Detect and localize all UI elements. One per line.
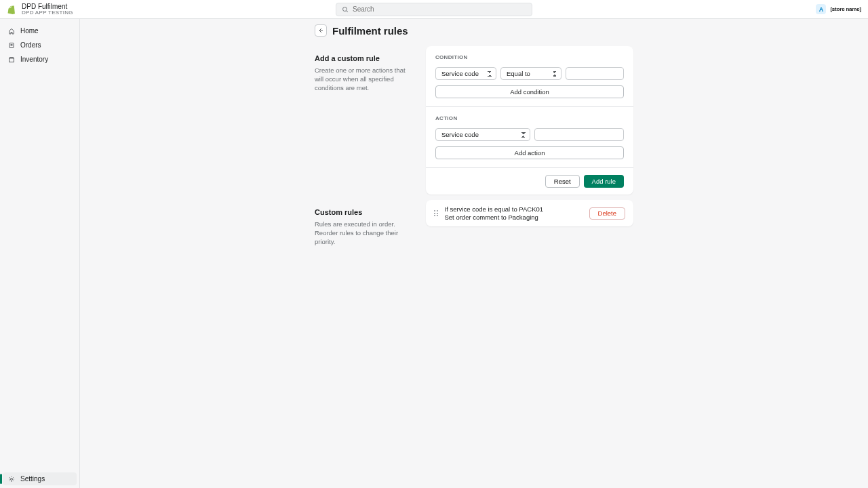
action-value-input[interactable] (535, 129, 623, 140)
action-section: ACTION Service code (426, 107, 633, 168)
topbar-right: A [store name] (816, 4, 861, 14)
inventory-icon (8, 56, 15, 63)
add-rule-footer: Reset Add rule (426, 168, 633, 195)
sidebar-item-label: Inventory (20, 56, 48, 63)
rule-action-text: Set order comment to Packaging (445, 214, 583, 221)
shopify-logo-icon (7, 5, 16, 14)
add-rule-desc: Create one or more actions that will occ… (315, 66, 415, 92)
sidebar-item-label: Orders (20, 41, 41, 49)
rule-condition-text: If service code is equal to PACK01 (445, 205, 583, 213)
svg-point-6 (11, 478, 13, 480)
page-header: Fulfilment rules (315, 24, 633, 37)
rule-text: If service code is equal to PACK01 Set o… (445, 205, 583, 221)
search-icon (342, 6, 349, 13)
condition-field-select[interactable]: Service code (435, 67, 496, 80)
search-bar[interactable] (336, 3, 532, 16)
app-title: DPD Fulfilment (22, 3, 73, 10)
custom-rules-side: Custom rules Rules are executed in order… (315, 200, 415, 246)
custom-rules-desc: Rules are executed in order. Reorder rul… (315, 220, 415, 246)
add-condition-button[interactable]: Add condition (435, 85, 624, 98)
action-label: ACTION (435, 115, 624, 121)
sidebar-item-label: Settings (20, 475, 45, 483)
sidebar: Home Orders Inventory (0, 19, 80, 488)
action-field-select[interactable]: Service code (435, 128, 530, 141)
sidebar-item-inventory[interactable]: Inventory (3, 53, 77, 66)
avatar[interactable]: A (816, 4, 826, 14)
condition-operator-select[interactable]: Equal to (500, 67, 561, 80)
rule-item-card: If service code is equal to PACK01 Set o… (426, 200, 633, 226)
topbar: DPD Fulfilment DPD APP TESTING A [store … (0, 0, 868, 19)
add-rule-button[interactable]: Add rule (584, 175, 624, 188)
home-icon (8, 28, 15, 35)
topbar-titles: DPD Fulfilment DPD APP TESTING (22, 3, 73, 16)
reset-button[interactable]: Reset (545, 175, 580, 188)
sidebar-item-label: Home (20, 27, 39, 35)
sidebar-item-settings[interactable]: Settings (3, 472, 77, 485)
main-content: Fulfilment rules Add a custom rule Creat… (80, 19, 868, 488)
add-rule-heading: Add a custom rule (315, 54, 415, 62)
page-title: Fulfilment rules (332, 25, 408, 37)
svg-point-0 (343, 7, 347, 11)
sidebar-item-home[interactable]: Home (3, 24, 77, 37)
condition-value-input[interactable] (566, 68, 623, 79)
custom-rules-heading: Custom rules (315, 208, 415, 216)
delete-rule-button[interactable]: Delete (589, 207, 625, 220)
condition-label: CONDITION (435, 54, 624, 60)
sidebar-footer: Settings (0, 470, 79, 488)
svg-line-1 (347, 11, 348, 12)
condition-section: CONDITION Service code (426, 46, 633, 107)
orders-icon (8, 42, 15, 49)
arrow-left-icon (317, 27, 324, 34)
gear-icon (8, 476, 15, 483)
add-action-button[interactable]: Add action (435, 146, 624, 159)
search-input[interactable] (353, 5, 526, 13)
drag-handle-icon[interactable] (434, 210, 438, 216)
app-subtitle: DPD APP TESTING (22, 10, 73, 16)
action-value-field[interactable] (534, 128, 624, 141)
add-rule-card: CONDITION Service code (426, 46, 633, 195)
topbar-left: DPD Fulfilment DPD APP TESTING (7, 3, 73, 16)
sidebar-nav: Home Orders Inventory (0, 24, 79, 66)
sidebar-item-orders[interactable]: Orders (3, 39, 77, 52)
back-button[interactable] (315, 24, 327, 37)
add-rule-side: Add a custom rule Create one or more act… (315, 46, 415, 195)
condition-value-field[interactable] (566, 67, 624, 80)
store-name[interactable]: [store name] (830, 6, 861, 12)
svg-rect-5 (9, 58, 14, 62)
